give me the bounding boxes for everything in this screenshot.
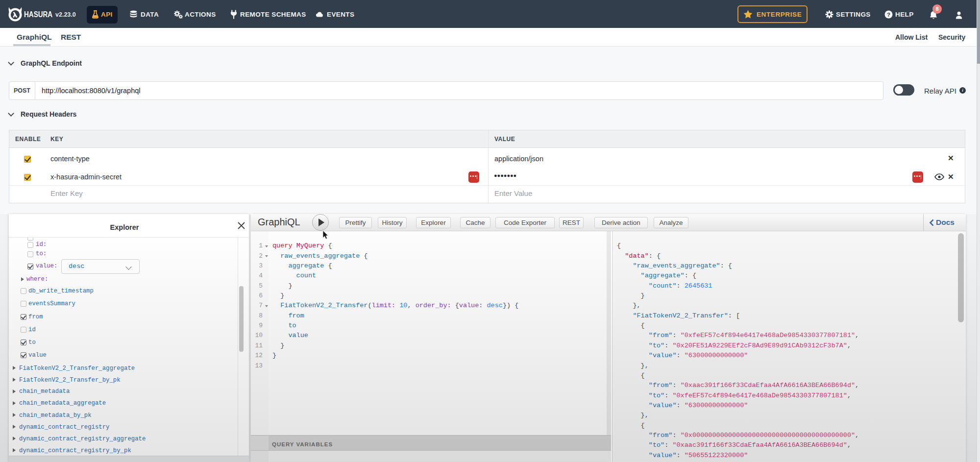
svg-text:?: ? <box>887 12 890 18</box>
